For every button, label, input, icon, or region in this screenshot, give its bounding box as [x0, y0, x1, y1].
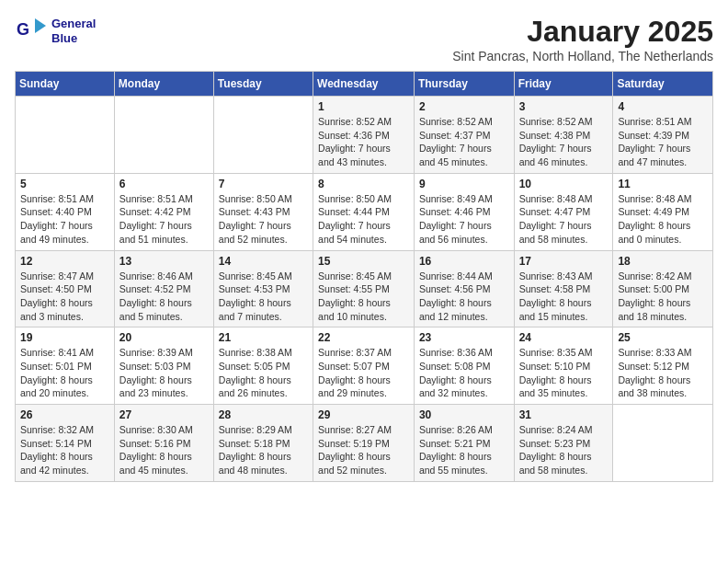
day-number: 16 [419, 255, 509, 268]
day-info: Sunrise: 8:48 AMSunset: 4:47 PMDaylight:… [519, 192, 609, 247]
calendar-cell: 7Sunrise: 8:50 AMSunset: 4:43 PMDaylight… [213, 173, 313, 250]
month-title: January 2025 [452, 15, 713, 49]
day-number: 23 [419, 331, 509, 344]
logo: G General Blue [15, 15, 96, 48]
day-number: 28 [219, 408, 308, 421]
calendar-cell: 23Sunrise: 8:36 AMSunset: 5:08 PMDayligh… [414, 327, 514, 405]
weekday-header-row: SundayMondayTuesdayWednesdayThursdayFrid… [16, 72, 713, 97]
day-number: 31 [519, 408, 609, 421]
calendar-cell: 19Sunrise: 8:41 AMSunset: 5:01 PMDayligh… [16, 327, 115, 405]
calendar-cell: 1Sunrise: 8:52 AMSunset: 4:36 PMDaylight… [313, 97, 415, 174]
day-info: Sunrise: 8:43 AMSunset: 4:58 PMDaylight:… [519, 270, 609, 324]
logo-line2: Blue [51, 31, 96, 46]
day-info: Sunrise: 8:49 AMSunset: 4:46 PMDaylight:… [419, 192, 509, 247]
calendar-cell: 8Sunrise: 8:50 AMSunset: 4:44 PMDaylight… [313, 173, 415, 250]
day-number: 8 [318, 178, 409, 190]
calendar-cell: 29Sunrise: 8:27 AMSunset: 5:19 PMDayligh… [313, 405, 415, 482]
day-info: Sunrise: 8:50 AMSunset: 4:43 PMDaylight:… [219, 192, 308, 247]
weekday-header-thursday: Thursday [414, 72, 514, 97]
day-info: Sunrise: 8:26 AMSunset: 5:21 PMDaylight:… [419, 423, 509, 477]
day-info: Sunrise: 8:51 AMSunset: 4:42 PMDaylight:… [119, 192, 209, 247]
day-info: Sunrise: 8:52 AMSunset: 4:36 PMDaylight:… [318, 115, 409, 169]
day-info: Sunrise: 8:52 AMSunset: 4:38 PMDaylight:… [519, 115, 609, 169]
day-number: 15 [318, 255, 409, 268]
calendar-cell: 22Sunrise: 8:37 AMSunset: 5:07 PMDayligh… [313, 327, 415, 405]
calendar-cell: 2Sunrise: 8:52 AMSunset: 4:37 PMDaylight… [414, 97, 514, 174]
day-info: Sunrise: 8:52 AMSunset: 4:37 PMDaylight:… [419, 115, 509, 169]
calendar-cell: 5Sunrise: 8:51 AMSunset: 4:40 PMDaylight… [16, 173, 115, 250]
day-info: Sunrise: 8:51 AMSunset: 4:40 PMDaylight:… [20, 192, 109, 247]
calendar-cell: 28Sunrise: 8:29 AMSunset: 5:18 PMDayligh… [213, 405, 313, 482]
day-number: 2 [419, 100, 509, 113]
weekday-header-friday: Friday [514, 72, 613, 97]
day-number: 21 [219, 331, 308, 344]
day-number: 29 [318, 408, 409, 421]
day-info: Sunrise: 8:24 AMSunset: 5:23 PMDaylight:… [519, 423, 609, 477]
calendar-cell: 13Sunrise: 8:46 AMSunset: 4:52 PMDayligh… [114, 250, 213, 327]
calendar-cell: 30Sunrise: 8:26 AMSunset: 5:21 PMDayligh… [414, 405, 514, 482]
calendar-week-row: 5Sunrise: 8:51 AMSunset: 4:40 PMDaylight… [16, 173, 713, 250]
day-number: 14 [219, 255, 308, 268]
weekday-header-wednesday: Wednesday [313, 72, 415, 97]
calendar-cell: 9Sunrise: 8:49 AMSunset: 4:46 PMDaylight… [414, 173, 514, 250]
day-info: Sunrise: 8:41 AMSunset: 5:01 PMDaylight:… [20, 346, 109, 400]
calendar-table: SundayMondayTuesdayWednesdayThursdayFrid… [15, 71, 713, 482]
calendar-cell: 26Sunrise: 8:32 AMSunset: 5:14 PMDayligh… [16, 405, 115, 482]
weekday-header-tuesday: Tuesday [213, 72, 313, 97]
day-number: 22 [318, 331, 409, 344]
day-number: 17 [519, 255, 609, 268]
calendar-cell [114, 97, 213, 174]
calendar-cell [16, 97, 115, 174]
calendar-cell: 18Sunrise: 8:42 AMSunset: 5:00 PMDayligh… [613, 250, 713, 327]
day-number: 3 [519, 100, 609, 113]
day-number: 5 [20, 178, 109, 190]
calendar-cell: 4Sunrise: 8:51 AMSunset: 4:39 PMDaylight… [613, 97, 713, 174]
day-number: 9 [419, 178, 509, 190]
calendar-body: 1Sunrise: 8:52 AMSunset: 4:36 PMDaylight… [16, 97, 713, 482]
calendar-cell: 6Sunrise: 8:51 AMSunset: 4:42 PMDaylight… [114, 173, 213, 250]
day-info: Sunrise: 8:42 AMSunset: 5:00 PMDaylight:… [618, 270, 708, 324]
day-number: 1 [318, 100, 409, 113]
calendar-cell: 25Sunrise: 8:33 AMSunset: 5:12 PMDayligh… [613, 327, 713, 405]
day-number: 30 [419, 408, 509, 421]
day-number: 24 [519, 331, 609, 344]
day-info: Sunrise: 8:51 AMSunset: 4:39 PMDaylight:… [618, 115, 708, 169]
calendar-week-row: 12Sunrise: 8:47 AMSunset: 4:50 PMDayligh… [16, 250, 713, 327]
svg-text:G: G [17, 20, 29, 39]
calendar-cell: 14Sunrise: 8:45 AMSunset: 4:53 PMDayligh… [213, 250, 313, 327]
calendar-cell [613, 405, 713, 482]
day-number: 13 [119, 255, 209, 268]
day-number: 11 [618, 178, 708, 190]
calendar-cell: 17Sunrise: 8:43 AMSunset: 4:58 PMDayligh… [514, 250, 613, 327]
calendar-week-row: 26Sunrise: 8:32 AMSunset: 5:14 PMDayligh… [16, 405, 713, 482]
day-info: Sunrise: 8:50 AMSunset: 4:44 PMDaylight:… [318, 192, 409, 247]
day-number: 27 [119, 408, 209, 421]
day-number: 18 [618, 255, 708, 268]
day-info: Sunrise: 8:39 AMSunset: 5:03 PMDaylight:… [119, 346, 209, 400]
day-info: Sunrise: 8:38 AMSunset: 5:05 PMDaylight:… [219, 346, 308, 400]
day-info: Sunrise: 8:30 AMSunset: 5:16 PMDaylight:… [119, 423, 209, 477]
day-number: 7 [219, 178, 308, 190]
page-header: G General Blue January 2025 Sint Pancras… [15, 15, 713, 63]
calendar-cell: 16Sunrise: 8:44 AMSunset: 4:56 PMDayligh… [414, 250, 514, 327]
day-info: Sunrise: 8:32 AMSunset: 5:14 PMDaylight:… [20, 423, 109, 477]
day-info: Sunrise: 8:35 AMSunset: 5:10 PMDaylight:… [519, 346, 609, 400]
calendar-cell: 10Sunrise: 8:48 AMSunset: 4:47 PMDayligh… [514, 173, 613, 250]
day-number: 25 [618, 331, 708, 344]
day-info: Sunrise: 8:46 AMSunset: 4:52 PMDaylight:… [119, 270, 209, 324]
calendar-cell: 15Sunrise: 8:45 AMSunset: 4:55 PMDayligh… [313, 250, 415, 327]
day-info: Sunrise: 8:37 AMSunset: 5:07 PMDaylight:… [318, 346, 409, 400]
day-info: Sunrise: 8:47 AMSunset: 4:50 PMDaylight:… [20, 270, 109, 324]
subtitle: Sint Pancras, North Holland, The Netherl… [452, 49, 713, 63]
calendar-cell: 21Sunrise: 8:38 AMSunset: 5:05 PMDayligh… [213, 327, 313, 405]
day-info: Sunrise: 8:36 AMSunset: 5:08 PMDaylight:… [419, 346, 509, 400]
logo-icon: G [15, 15, 48, 48]
day-number: 10 [519, 178, 609, 190]
day-info: Sunrise: 8:29 AMSunset: 5:18 PMDaylight:… [219, 423, 308, 477]
weekday-header-sunday: Sunday [16, 72, 115, 97]
weekday-header-monday: Monday [114, 72, 213, 97]
day-number: 19 [20, 331, 109, 344]
title-block: January 2025 Sint Pancras, North Holland… [452, 15, 713, 63]
day-info: Sunrise: 8:27 AMSunset: 5:19 PMDaylight:… [318, 423, 409, 477]
calendar-header: SundayMondayTuesdayWednesdayThursdayFrid… [16, 72, 713, 97]
